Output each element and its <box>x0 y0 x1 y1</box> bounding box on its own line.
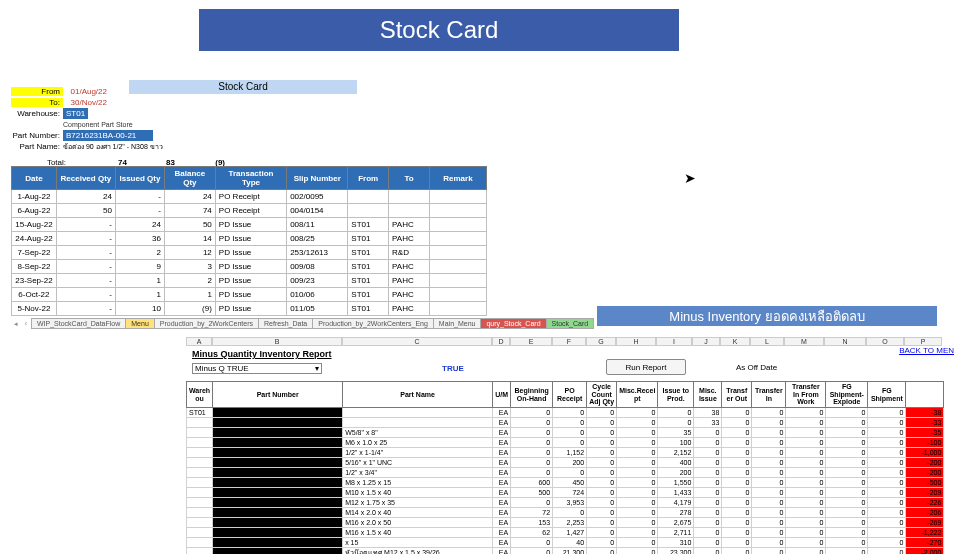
sc-col-6[interactable]: From <box>348 167 389 190</box>
inv-col-0[interactable]: Warehou <box>187 382 213 408</box>
inv-col-12[interactable]: TransferIn FromWork <box>786 382 826 408</box>
table-row[interactable]: M10 x 1.5 x 40EA500724001,433000000-209 <box>187 488 944 498</box>
sheet-tab[interactable]: Main_Menu <box>433 318 482 329</box>
table-row[interactable]: M16 x 1.5 x 40EA621,427002,711000000-1,2… <box>187 528 944 538</box>
table-row[interactable]: x 15EA04000310000000-270 <box>187 538 944 548</box>
inv-col-3[interactable]: U/M <box>493 382 511 408</box>
run-report-button[interactable]: Run Report <box>606 359 686 375</box>
inv-col-10[interactable]: Transfer Out <box>722 382 752 408</box>
tab-nav-first[interactable]: ◂ <box>11 320 21 328</box>
table-row[interactable]: M14 x 2.0 x 40EA72000278000000-206 <box>187 508 944 518</box>
inv-col-4[interactable]: BeginningOn-Hand <box>511 382 553 408</box>
sc-col-2[interactable]: Issued Qty <box>115 167 164 190</box>
part-desc: Component Part Store <box>63 121 133 128</box>
sc-col-1[interactable]: Received Qty <box>56 167 115 190</box>
inv-col-6[interactable]: CycleCountAdj Qty <box>587 382 617 408</box>
page-title: Stock Card <box>199 9 679 51</box>
table-row[interactable]: หัวน๊อตแทศ M12 x 1.5 x 39/26EA021,300002… <box>187 548 944 554</box>
sheet-tab[interactable]: Stock_Card <box>546 318 595 329</box>
tab-nav-prev[interactable]: ‹ <box>21 320 31 327</box>
sc-col-7[interactable]: To <box>389 167 430 190</box>
sc-col-4[interactable]: Transaction Type <box>215 167 286 190</box>
table-row[interactable]: 23-Sep-22-12PD Issue009/23ST01PAHC <box>12 274 487 288</box>
as-off-date-label: As Off Date <box>736 363 777 372</box>
table-row[interactable]: M8 x 1.25 x 15EA600450001,550000000-500 <box>187 478 944 488</box>
table-row[interactable]: 15-Aug-22-2450PD Issue008/11ST01PAHC <box>12 218 487 232</box>
table-row[interactable]: 1-Aug-2224-24PO Receipt002/0095 <box>12 190 487 204</box>
to-label: To: <box>11 98 63 107</box>
sheet-tabs[interactable]: ◂ ‹ WIP_StockCard_DataFlowMenuProduction… <box>11 318 593 329</box>
table-row[interactable]: 5-Nov-22-10(9)PD Issue011/05ST01PAHC <box>12 302 487 316</box>
sheet-tab[interactable]: WIP_StockCard_DataFlow <box>31 318 126 329</box>
sheet-tab[interactable]: qury_Stock_Card <box>480 318 546 329</box>
stock-card-params: From 01/Aug/22 To: 30/Nov/22 Warehouse: … <box>11 86 163 152</box>
table-row[interactable]: M12 x 1.75 x 35EA03,953004,179000000-226 <box>187 498 944 508</box>
table-row[interactable]: M6 x 1.0 x 25EA0000100000000-100 <box>187 438 944 448</box>
filter-dropdown-icon[interactable]: ▾ <box>315 364 319 373</box>
sheet-tab[interactable]: Production_by_2WorkCenters <box>154 318 259 329</box>
cursor-icon: ➤ <box>684 170 696 186</box>
inv-col-7[interactable]: Misc.Receipt <box>617 382 658 408</box>
inv-col-8[interactable]: Issue toProd. <box>658 382 694 408</box>
sheet-tab[interactable]: Refresh_Data <box>258 318 313 329</box>
sheet-tab[interactable]: Production_by_2WorkCenters_Eng <box>312 318 434 329</box>
sc-col-8[interactable]: Remark <box>429 167 486 190</box>
back-link[interactable]: BACK TO MEN <box>899 346 954 355</box>
stock-card-table[interactable]: DateReceived QtyIssued QtyBalance QtyTra… <box>11 166 487 316</box>
table-row[interactable]: EA000003300000-33 <box>187 418 944 428</box>
inv-col-5[interactable]: POReceipt <box>553 382 587 408</box>
table-row[interactable]: 6-Oct-22-11PD Issue010/06ST01PAHC <box>12 288 487 302</box>
sc-col-3[interactable]: Balance Qty <box>164 167 215 190</box>
filter-box[interactable]: Minus Q TRUE ▾ <box>192 363 322 374</box>
inv-col-2[interactable]: Part Name <box>343 382 493 408</box>
inv-col-1[interactable]: Part Number <box>213 382 343 408</box>
table-row[interactable]: 7-Sep-22-212PD Issue253/12613ST01R&D <box>12 246 487 260</box>
inventory-table[interactable]: WarehouPart NumberPart NameU/MBeginningO… <box>186 381 944 554</box>
sc-col-0[interactable]: Date <box>12 167 57 190</box>
partname-label: Part Name: <box>11 142 63 151</box>
warehouse-label: Warehouse: <box>11 109 63 118</box>
stock-card-header: Stock Card <box>129 80 357 94</box>
table-row[interactable]: W5/8" x 8"EA000035000000-35 <box>187 428 944 438</box>
table-row[interactable]: 24-Aug-22-3614PD Issue008/25ST01PAHC <box>12 232 487 246</box>
inv-col-11[interactable]: TransferIn <box>752 382 786 408</box>
table-row[interactable]: 6-Aug-2250-74PO Receipt004/0154 <box>12 204 487 218</box>
sheet-tab[interactable]: Menu <box>125 318 155 329</box>
table-row[interactable]: 1/2" x 3/4"EA0000200000000-200 <box>187 468 944 478</box>
inv-col-14[interactable]: FGShipment <box>868 382 906 408</box>
partnumber-value[interactable]: B7216231BA-00-21 <box>63 130 153 141</box>
sc-col-5[interactable]: Slip Number <box>287 167 348 190</box>
filter-true: TRUE <box>442 364 464 373</box>
inv-col-9[interactable]: Misc.Issue <box>694 382 722 408</box>
from-value[interactable]: 01/Aug/22 <box>63 87 109 96</box>
partname-value: ข้อต่อง 90 องศา 1/2" - N308 ขาว <box>63 141 163 152</box>
table-row[interactable]: 5/16" x 1" UNCEA020000400000000-200 <box>187 458 944 468</box>
minus-inventory-title: Minus Inventory ยอดคงเหลือติดลบ <box>597 306 937 326</box>
inventory-title: Minus Quantity Inventory Report <box>192 349 332 359</box>
table-row[interactable]: 8-Sep-22-93PD Issue009/08ST01PAHC <box>12 260 487 274</box>
table-row[interactable]: ST01EA000003800000-38 <box>187 408 944 418</box>
inv-col-15[interactable]: EndOn-Hand <box>906 382 944 408</box>
inv-col-13[interactable]: FGShipment-Explode <box>826 382 868 408</box>
to-value[interactable]: 30/Nov/22 <box>63 98 109 107</box>
inventory-sheet[interactable]: ABCDEFGHIJKLMNOP Minus Quantity Inventor… <box>186 337 958 346</box>
partnumber-label: Part Number: <box>11 131 63 140</box>
warehouse-value[interactable]: ST01 <box>63 108 88 119</box>
from-label: From <box>11 87 63 96</box>
table-row[interactable]: M16 x 2.0 x 50EA1532,253002,675000000-26… <box>187 518 944 528</box>
column-letters: ABCDEFGHIJKLMNOP <box>186 337 958 346</box>
table-row[interactable]: 1/2" x 1-1/4"EA01,152002,152000000-1,000 <box>187 448 944 458</box>
